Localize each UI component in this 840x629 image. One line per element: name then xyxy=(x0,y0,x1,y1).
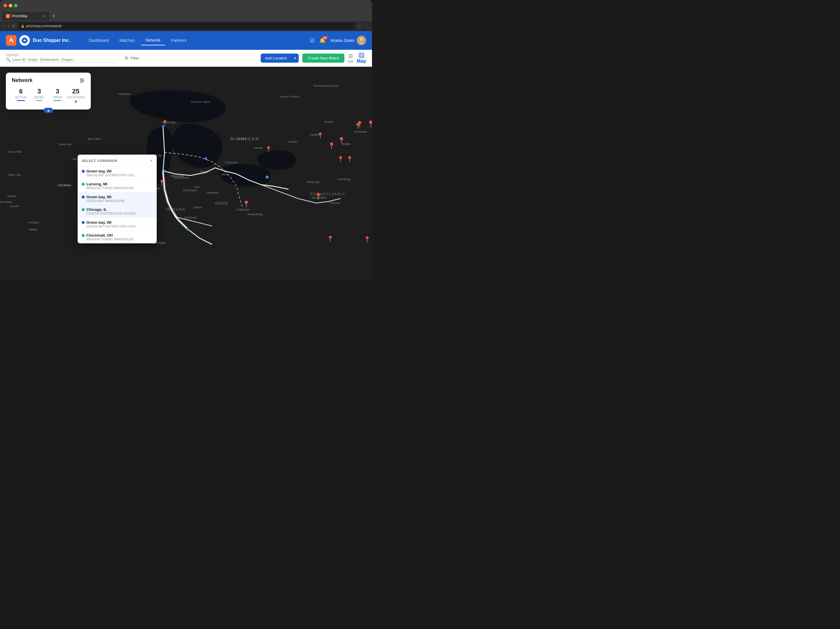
corridor-location-3: COSTCO DISTRIBUTION CENTER xyxy=(82,212,153,215)
stat-active: 6 ACTIVE xyxy=(12,88,30,105)
network-title: Network xyxy=(12,77,33,84)
forward-button[interactable]: › xyxy=(8,24,9,28)
svg-text:London: London xyxy=(288,140,297,143)
corridor-item-5[interactable]: Cincinnati, OH MANUFACTURING WAREHOUSE xyxy=(77,231,157,243)
search-label: SEARCH xyxy=(6,54,117,57)
company-name: Duo Shipper Inc. xyxy=(33,38,70,43)
list-view-toggle[interactable]: List xyxy=(348,54,353,63)
svg-text:South Bend: South Bend xyxy=(174,176,188,179)
address-bar[interactable]: 🔒 prizmway.com/network xyxy=(19,22,355,30)
create-match-button[interactable]: Create New Match xyxy=(302,54,344,63)
svg-text:Topeka: Topeka xyxy=(28,228,37,231)
back-button[interactable]: ‹ xyxy=(3,24,5,28)
corridor-close-button[interactable]: × xyxy=(150,158,153,163)
svg-text:Cleveland: Cleveland xyxy=(225,161,237,164)
corridor-header: SELECT CORRIDOR × xyxy=(77,154,157,167)
corridor-location-0: GREEN BAY DISTRIBUTION CEN... xyxy=(82,173,153,177)
filter-icon xyxy=(124,56,129,61)
app-container: Duo Shipper Inc. Dashboard Matches Netwo… xyxy=(0,31,372,281)
corridor-item-2[interactable]: Green bay, WI GREEN BAY WAREHOUSE xyxy=(77,192,157,205)
stat-active-value: 6 xyxy=(12,88,30,95)
browser-menu-icon[interactable]: ⋮ xyxy=(364,24,368,28)
svg-text:📍: 📍 xyxy=(314,193,322,200)
svg-text:Cincinnati: Cincinnati xyxy=(185,216,197,219)
traffic-lights xyxy=(3,4,17,7)
corridor-modal: SELECT CORRIDOR × Green bay, WI GREEN BA… xyxy=(77,154,157,243)
add-location-button[interactable]: Add Location xyxy=(261,54,291,63)
svg-text:Lima: Lima xyxy=(194,185,200,189)
corridor-city-5: Cincinnati, OH xyxy=(87,233,113,238)
corridor-dot-2 xyxy=(82,195,85,199)
nav-matches[interactable]: Matches xyxy=(115,36,140,45)
nav-network[interactable]: Network xyxy=(141,35,165,46)
maximize-traffic-light[interactable] xyxy=(14,4,17,7)
logo-area: Duo Shipper Inc. xyxy=(6,35,70,46)
list-label: List xyxy=(348,60,353,63)
stat-open: 3 OPEN xyxy=(48,88,67,105)
search-input-wrap: 🔍 xyxy=(6,57,117,63)
stat-locations: 25 LOCATIONS 📍 xyxy=(67,88,85,105)
stat-saved-label: SAVED xyxy=(30,96,49,99)
svg-text:OHIO: OHIO xyxy=(215,201,229,206)
stat-active-label: ACTIVE xyxy=(12,96,30,99)
svg-text:📍: 📍 xyxy=(364,236,371,243)
filter-button[interactable]: Filter xyxy=(122,55,142,62)
url-display: prizmway.com/network xyxy=(26,24,62,28)
corridor-item-0[interactable]: Green bay, WI GREEN BAY DISTRIBUTION CEN… xyxy=(77,167,157,179)
toolbar-right: Add Location ▾ Create New Match List xyxy=(261,53,366,64)
corridor-city-3: Chicago, IL xyxy=(87,207,107,212)
card-collapse-button[interactable]: ▲ xyxy=(44,108,53,113)
bookmark-icon[interactable]: ☆ xyxy=(358,24,362,28)
corridor-dot-1 xyxy=(82,183,85,186)
notification-bell[interactable]: 🔔 10 xyxy=(319,37,326,44)
svg-text:Detroit: Detroit xyxy=(254,146,262,149)
corridor-title: SELECT CORRIDOR xyxy=(82,159,117,162)
corridor-location-1: MANUFACTURING WAREHOUSE xyxy=(82,186,153,190)
new-tab-button[interactable]: + xyxy=(51,13,57,19)
svg-text:📍: 📍 xyxy=(346,156,353,162)
network-card: Network 6 ACTIVE xyxy=(6,73,91,110)
svg-point-86 xyxy=(81,79,82,80)
svg-text:Columbus: Columbus xyxy=(206,191,218,194)
filter-sliders-icon[interactable] xyxy=(79,77,85,84)
svg-text:Parkersburg: Parkersburg xyxy=(248,213,262,216)
user-name: Ariana Jones xyxy=(330,38,354,43)
minimize-traffic-light[interactable] xyxy=(9,4,12,7)
stat-active-bar xyxy=(17,100,25,101)
corridor-item-3[interactable]: Chicago, IL COSTCO DISTRIBUTION CENTER xyxy=(77,205,157,218)
corridor-location-4: GREEN BAY DISTRIBUTION CENT... xyxy=(82,225,153,228)
svg-text:📍: 📍 xyxy=(338,137,346,144)
map-area[interactable]: MICHIGAN WISCONSIN PENNSYLVANIA OHIO IND… xyxy=(0,67,372,281)
svg-text:Saint Paul: Saint Paul xyxy=(59,143,71,146)
nav-partners[interactable]: Partners xyxy=(166,36,191,45)
svg-text:Sault Ste. Marie: Sault Ste. Marie xyxy=(191,100,210,103)
tab-close-button[interactable]: ✕ xyxy=(43,14,46,18)
svg-text:Lincoln: Lincoln xyxy=(10,204,19,208)
svg-text:📍: 📍 xyxy=(337,156,344,162)
svg-point-17 xyxy=(163,170,166,172)
browser-tab[interactable]: P PrizmWay ✕ xyxy=(2,12,49,20)
corridor-item-5-header: Cincinnati, OH xyxy=(82,233,153,238)
stat-open-label: OPEN xyxy=(48,96,67,99)
corridor-item-1[interactable]: Lansing, MI MANUFACTURING WAREHOUSE xyxy=(77,180,157,192)
stat-locations-label: LOCATIONS xyxy=(67,96,85,99)
search-icon: 🔍 xyxy=(6,57,11,62)
svg-text:Dayton: Dayton xyxy=(194,206,202,209)
svg-text:📍: 📍 xyxy=(367,120,372,128)
corridor-item-2-header: Green bay, WI xyxy=(82,195,153,199)
corridor-location-5: MANUFACTURING WAREHOUSE xyxy=(82,238,153,241)
logo-svg xyxy=(8,37,14,44)
tasks-icon[interactable]: ☑ xyxy=(310,37,314,44)
nav-dashboard[interactable]: Dashboard xyxy=(84,36,114,45)
close-traffic-light[interactable] xyxy=(3,4,7,7)
svg-point-90 xyxy=(81,81,82,83)
add-location-dropdown[interactable]: ▾ xyxy=(291,54,299,63)
search-input[interactable] xyxy=(12,57,117,62)
map-view-toggle[interactable]: Map xyxy=(357,53,366,64)
refresh-button[interactable]: ↻ xyxy=(12,24,16,28)
user-area[interactable]: Ariana Jones xyxy=(330,36,366,45)
corridor-item-4[interactable]: Green bay, WI GREEN BAY DISTRIBUTION CEN… xyxy=(77,218,157,230)
svg-text:Lansing: Lansing xyxy=(237,137,246,140)
svg-point-88 xyxy=(82,80,84,81)
corridor-city-2: Green bay, WI xyxy=(87,195,112,199)
